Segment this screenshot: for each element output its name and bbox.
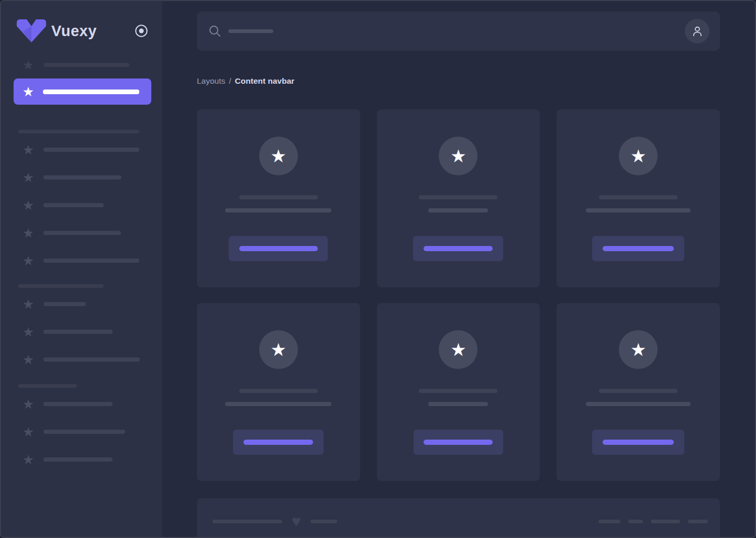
star-badge: ★: [259, 330, 298, 369]
card-grid: ★★★★★★: [197, 109, 720, 481]
card: ★: [557, 303, 720, 481]
sidebar-item[interactable]: ★: [1, 325, 162, 339]
search-navbar: [197, 12, 720, 51]
skeleton-bar: [598, 520, 620, 523]
skeleton-bar: [419, 195, 497, 199]
section-header-skeleton: [18, 284, 104, 288]
skeleton-bar: [599, 195, 677, 199]
button-label-skeleton: [603, 246, 674, 251]
sidebar-header: Vuexy: [1, 21, 162, 41]
star-icon: ★: [22, 453, 35, 466]
skeleton-bar: [43, 457, 113, 462]
magnifier-icon: [208, 25, 222, 38]
skeleton-bar: [43, 402, 113, 406]
section-header-skeleton: [18, 130, 139, 133]
skeleton-bar: [239, 389, 318, 393]
skeleton-bar: [43, 330, 113, 334]
star-icon: ★: [22, 198, 35, 212]
card-action-button[interactable]: [414, 430, 503, 455]
skeleton-bar: [599, 389, 677, 393]
star-badge: ★: [439, 137, 477, 175]
card: ★: [377, 303, 540, 481]
sidebar-item[interactable]: ★: [1, 198, 162, 212]
skeleton-bar: [43, 148, 139, 152]
skeleton-bar: [688, 520, 708, 523]
star-badge: ★: [619, 330, 658, 369]
star-icon: ★: [22, 58, 35, 72]
card-action-button[interactable]: [413, 236, 503, 261]
skeleton-bar: [43, 203, 104, 207]
star-icon: ★: [450, 340, 466, 359]
star-icon: ★: [22, 143, 35, 156]
button-label-skeleton: [424, 440, 493, 445]
sidebar-item[interactable]: ★: [1, 297, 162, 311]
button-label-skeleton: [239, 246, 318, 251]
star-badge: ★: [439, 330, 477, 369]
star-icon: ★: [22, 226, 35, 240]
sidebar-item[interactable]: ★: [1, 143, 162, 156]
app-title: Vuexy: [51, 23, 97, 40]
sidebar-item-active[interactable]: ★: [14, 79, 151, 105]
sidebar-item[interactable]: ★: [1, 254, 162, 267]
star-icon: ★: [22, 254, 35, 267]
menu-pin-toggle-icon[interactable]: [134, 24, 149, 38]
footer-row: ♥: [213, 514, 708, 528]
card: ★: [197, 109, 360, 287]
skeleton-bar: [43, 89, 139, 94]
user-avatar[interactable]: [685, 19, 709, 43]
card: ★: [377, 109, 540, 287]
skeleton-bar: [43, 259, 139, 263]
sidebar: Vuexy ★★★★★★★★★★★★★: [1, 1, 162, 537]
skeleton-bar: [428, 208, 488, 212]
card-action-button[interactable]: [229, 236, 328, 261]
star-badge: ★: [619, 137, 658, 175]
card-action-button[interactable]: [592, 236, 684, 261]
star-icon: ★: [22, 325, 35, 339]
card-action-button[interactable]: [592, 430, 684, 455]
breadcrumb: Layouts/Content navbar: [197, 75, 720, 87]
star-icon: ★: [22, 425, 35, 439]
breadcrumb-section[interactable]: Layouts: [197, 76, 225, 85]
skeleton-bar: [225, 402, 331, 406]
skeleton-bar: [43, 430, 125, 434]
breadcrumb-current: Content navbar: [235, 76, 295, 85]
card: ★: [197, 303, 360, 481]
section-header-skeleton: [18, 384, 77, 388]
skeleton-bar: [586, 208, 691, 212]
button-label-skeleton: [603, 440, 674, 445]
search-input[interactable]: [208, 25, 685, 38]
star-icon: ★: [271, 147, 286, 165]
app-logo[interactable]: Vuexy: [17, 19, 97, 42]
skeleton-bar: [43, 231, 121, 235]
card-action-button[interactable]: [233, 430, 324, 455]
heart-icon: ♥: [292, 514, 301, 528]
card: ★: [557, 109, 720, 287]
sidebar-item[interactable]: ★: [1, 353, 162, 366]
breadcrumb-separator: /: [229, 76, 231, 85]
sidebar-item[interactable]: ★: [1, 171, 162, 184]
sidebar-item[interactable]: ★: [1, 397, 162, 411]
skeleton-bar: [43, 357, 140, 362]
skeleton-bar: [628, 520, 643, 523]
sidebar-item[interactable]: ★: [1, 58, 162, 72]
skeleton-bar: [428, 402, 488, 406]
search-placeholder-skeleton: [228, 29, 273, 33]
star-icon: ★: [630, 147, 646, 165]
skeleton-bar: [43, 175, 121, 180]
sidebar-item[interactable]: ★: [1, 453, 162, 466]
button-label-skeleton: [424, 246, 493, 251]
sidebar-item[interactable]: ★: [1, 226, 162, 240]
star-icon: ★: [22, 297, 35, 311]
star-icon: ★: [450, 147, 466, 165]
sidebar-item[interactable]: ★: [1, 425, 162, 439]
star-icon: ★: [271, 340, 286, 359]
skeleton-bar: [651, 520, 680, 523]
star-icon: ★: [22, 397, 35, 411]
skeleton-bar: [310, 520, 337, 523]
skeleton-bar: [586, 402, 691, 406]
vuexy-logo-icon: [17, 19, 46, 42]
app-window: Vuexy ★★★★★★★★★★★★★: [0, 0, 756, 538]
footer-right-skeletons: [598, 520, 708, 523]
star-icon: ★: [630, 340, 646, 359]
main-content: Layouts/Content navbar ★★★★★★ ♥: [162, 1, 755, 537]
